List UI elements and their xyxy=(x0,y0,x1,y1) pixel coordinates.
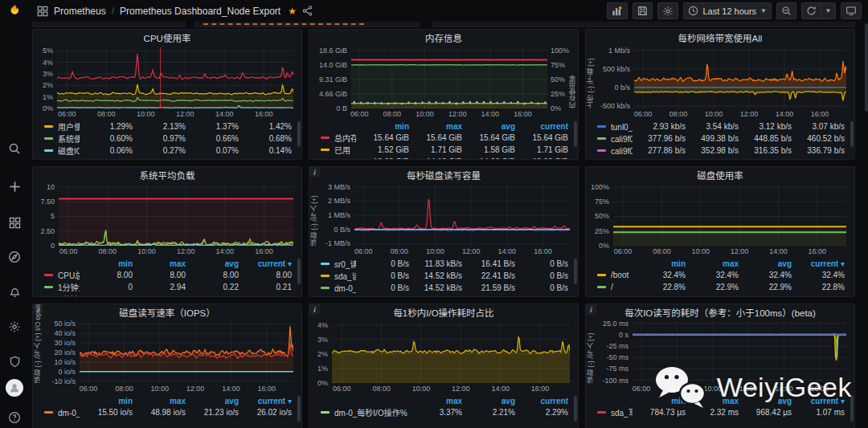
panel-header[interactable]: i 磁盘读写速率（IOPS） xyxy=(33,304,301,320)
time-series-chart[interactable]: 上传 (-) /下载 (+)1 Mb/s500 kb/s0 b/s-500 kb… xyxy=(586,46,854,120)
legend-sort-header[interactable]: max xyxy=(133,259,186,268)
time-series-chart[interactable]: 5%4%3%2%1%0%06:0008:0010:0012:0014:0016:… xyxy=(33,46,301,120)
page-scrollbar[interactable] xyxy=(864,22,868,428)
panel-title[interactable]: 内存信息 xyxy=(425,31,462,44)
series-color-swatch[interactable] xyxy=(44,149,53,152)
plot-area[interactable] xyxy=(351,47,547,108)
series-label[interactable]: dm-0_读取 xyxy=(334,282,356,294)
legend-sort-header[interactable]: avg xyxy=(739,259,792,268)
server-admin-shield-icon[interactable] xyxy=(5,352,24,371)
series-color-swatch[interactable] xyxy=(321,149,330,151)
zoom-out-button[interactable] xyxy=(776,2,796,19)
series-label[interactable]: 5分钟负载 xyxy=(58,293,80,296)
time-range-picker[interactable]: Last 12 hours ▼ xyxy=(683,2,772,19)
explore-compass-icon[interactable] xyxy=(5,247,24,267)
series-color-swatch[interactable] xyxy=(321,263,330,265)
panel-header[interactable]: i 每1秒内I/O操作耗时占比 xyxy=(309,304,578,320)
series-color-swatch[interactable] xyxy=(44,411,53,414)
panel-title[interactable]: 磁盘使用率 xyxy=(697,169,743,181)
plot-area[interactable] xyxy=(613,185,846,246)
plot-area[interactable] xyxy=(59,185,293,246)
legend-sort-header[interactable]: max xyxy=(409,397,462,406)
plot-area[interactable] xyxy=(80,322,293,383)
plot-area[interactable] xyxy=(57,47,293,108)
legend-scrollbar[interactable] xyxy=(297,121,301,147)
series-color-swatch[interactable] xyxy=(321,137,330,139)
series-label[interactable]: tunl0_in下载 xyxy=(611,120,633,132)
series-label[interactable]: sda_写入 xyxy=(611,406,633,418)
legend-sort-header[interactable]: min xyxy=(80,397,133,406)
series-color-swatch[interactable] xyxy=(44,274,53,276)
configuration-gear-icon[interactable] xyxy=(5,317,24,336)
time-series-chart[interactable]: 4%3%2%1%0%06:0008:0010:0012:0014:0016:00 xyxy=(309,320,578,394)
dashboards-icon[interactable] xyxy=(5,213,24,232)
legend-sort-header[interactable]: min xyxy=(80,259,133,268)
legend-scrollbar[interactable] xyxy=(574,396,577,422)
share-icon[interactable] xyxy=(302,6,313,16)
series-label[interactable]: /boot xyxy=(611,271,633,279)
panel-header[interactable]: i 每秒磁盘读写容量 xyxy=(309,167,578,183)
panel-title[interactable]: 系统平均负载 xyxy=(140,169,195,181)
legend-sort-header[interactable]: avg xyxy=(462,397,515,406)
legend-scrollbar[interactable] xyxy=(850,121,854,147)
time-series-chart[interactable]: 读取 (-) /写入 (+)3 MB/s2 MB/s1 MB/s0 B/s-1 … xyxy=(309,183,578,257)
info-icon[interactable]: i xyxy=(309,304,320,315)
series-color-swatch[interactable] xyxy=(597,286,606,288)
legend-scrollbar[interactable] xyxy=(574,121,577,147)
dashboard-title[interactable]: Prometheus Dashboard_Node Export xyxy=(120,6,280,17)
panel-title[interactable]: 每秒磁盘读写容量 xyxy=(407,169,481,181)
legend-scrollbar[interactable] xyxy=(297,259,301,284)
panel-header[interactable]: i 磁盘使用率 xyxy=(586,167,854,183)
series-color-swatch[interactable] xyxy=(597,149,606,152)
series-label[interactable]: 已用 xyxy=(334,144,356,156)
breadcrumb-folder[interactable]: Prometheus xyxy=(54,6,106,17)
legend-sort-header[interactable]: min xyxy=(356,122,409,131)
series-label[interactable]: 可用 xyxy=(334,156,356,159)
legend-sort-header[interactable]: max xyxy=(133,397,186,406)
legend-sort-header[interactable]: current xyxy=(515,397,568,406)
series-color-swatch[interactable] xyxy=(597,411,606,414)
panel-header[interactable]: i CPU使用率 xyxy=(33,30,301,46)
legend-sort-header[interactable]: min xyxy=(633,259,686,268)
grafana-logo-icon[interactable] xyxy=(5,2,24,21)
info-icon[interactable]: i xyxy=(309,167,320,177)
info-icon[interactable]: i xyxy=(586,304,596,315)
legend-sort-header[interactable]: current xyxy=(515,122,568,131)
time-series-chart[interactable]: 100%75%50%25%0%06:0008:0010:0012:0014:00… xyxy=(586,183,854,257)
series-label[interactable]: / xyxy=(611,283,633,291)
time-series-chart[interactable]: 107.5052.50006:0008:0010:0012:0014:0016:… xyxy=(33,183,301,257)
scrollbar-thumb[interactable] xyxy=(865,23,868,112)
panel-title[interactable]: 每次IO读写的耗时（参考：小于100ms）(beta) xyxy=(624,306,816,319)
series-color-swatch[interactable] xyxy=(321,411,330,414)
refresh-button[interactable] xyxy=(801,2,821,19)
series-color-swatch[interactable] xyxy=(44,137,53,140)
legend-sort-header[interactable]: avg xyxy=(462,122,515,131)
panel-title[interactable]: CPU使用率 xyxy=(144,31,191,44)
add-panel-button[interactable] xyxy=(607,2,628,19)
panel-header[interactable]: i 系统平均负载 xyxy=(33,167,301,183)
legend-sort-header[interactable]: current ▾ xyxy=(239,397,292,406)
series-label[interactable]: 1分钟负载 xyxy=(58,281,80,293)
legend-scrollbar[interactable] xyxy=(574,259,577,284)
time-series-chart[interactable]: 读取 (-) /写入 (+) I/O ops/sec50 io/s40 io/s… xyxy=(33,320,301,394)
legend-sort-header[interactable]: max xyxy=(686,259,739,268)
series-label[interactable]: dm-0_每秒I/O操作% xyxy=(334,406,409,418)
plot-area[interactable] xyxy=(634,47,846,108)
series-label[interactable]: CPU总核数 xyxy=(58,269,80,281)
legend-scrollbar[interactable] xyxy=(297,396,301,422)
refresh-interval-dropdown[interactable]: ▼ xyxy=(821,2,836,19)
plot-area[interactable] xyxy=(332,322,570,383)
dashboard-settings-button[interactable] xyxy=(657,2,678,19)
series-label[interactable]: 系统使用率 xyxy=(58,132,80,145)
series-label[interactable]: 磁盘IO使用率 xyxy=(58,145,80,157)
series-color-swatch[interactable] xyxy=(321,275,330,277)
legend-sort-header[interactable]: avg xyxy=(186,259,239,268)
series-label[interactable]: cali9f067e4a4d8_out上传 xyxy=(611,145,633,157)
legend-sort-header[interactable]: avg xyxy=(186,397,239,406)
series-label[interactable]: sr0_读取 xyxy=(334,258,356,270)
series-color-swatch[interactable] xyxy=(44,286,53,288)
panel-title[interactable]: 每秒网络带宽使用All xyxy=(678,31,763,44)
save-dashboard-button[interactable] xyxy=(633,2,653,19)
series-label[interactable]: 用户使用率 xyxy=(58,120,80,132)
series-color-swatch[interactable] xyxy=(597,125,606,128)
